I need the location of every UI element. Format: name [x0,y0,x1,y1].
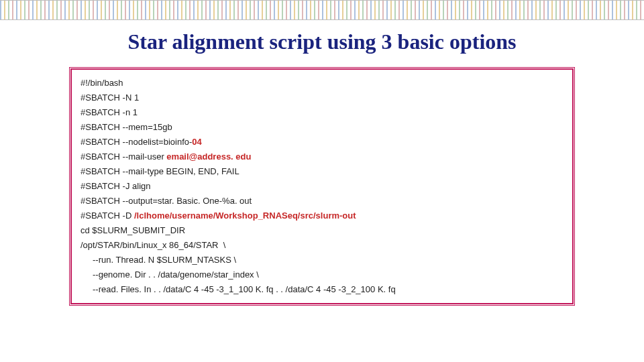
code-line: --run. Thread. N $SLURM_NTASKS \ [80,253,564,267]
script-code-box: #!/bin/bash #SBATCH -N 1 #SBATCH -n 1 #S… [71,69,573,304]
code-text: #SBATCH -D [80,210,134,221]
code-line: --read. Files. In . . /data/C 4 -45 -3_1… [80,282,564,297]
code-line: #SBATCH -N 1 [80,90,564,105]
dna-banner [0,0,644,20]
code-line: #SBATCH --nodelist=bioinfo-04 [80,135,564,149]
code-line: #SBATCH --mail-user email@address. edu [80,149,564,164]
code-line: cd $SLURM_SUBMIT_DIR [80,223,564,238]
code-line: #SBATCH -D /lclhome/username/Workshop_RN… [80,208,564,223]
code-text: #SBATCH --mail-user [80,152,166,162]
page-title: Star alignment script using 3 basic opti… [0,29,644,54]
code-line: #SBATCH --mail-type BEGIN, END, FAIL [80,164,564,179]
code-line: /opt/STAR/bin/Linux_x 86_64/STAR \ [80,238,564,253]
code-line: #SBATCH -J align [80,179,564,194]
code-line: #SBATCH --mem=15gb [80,120,564,135]
highlight-path: /lclhome/username/Workshop_RNASeq/src/sl… [134,210,356,221]
code-text: #SBATCH --nodelist=bioinfo- [80,137,192,147]
code-line: #SBATCH -n 1 [80,105,564,120]
highlight-email: email@address. edu [166,152,251,162]
highlight-node-number: 04 [192,137,201,147]
code-line: --genome. Dir . . /data/genome/star_inde… [80,267,564,282]
code-line: #!/bin/bash [80,76,564,90]
code-line: #SBATCH --output=star. Basic. One-%a. ou… [80,194,564,208]
